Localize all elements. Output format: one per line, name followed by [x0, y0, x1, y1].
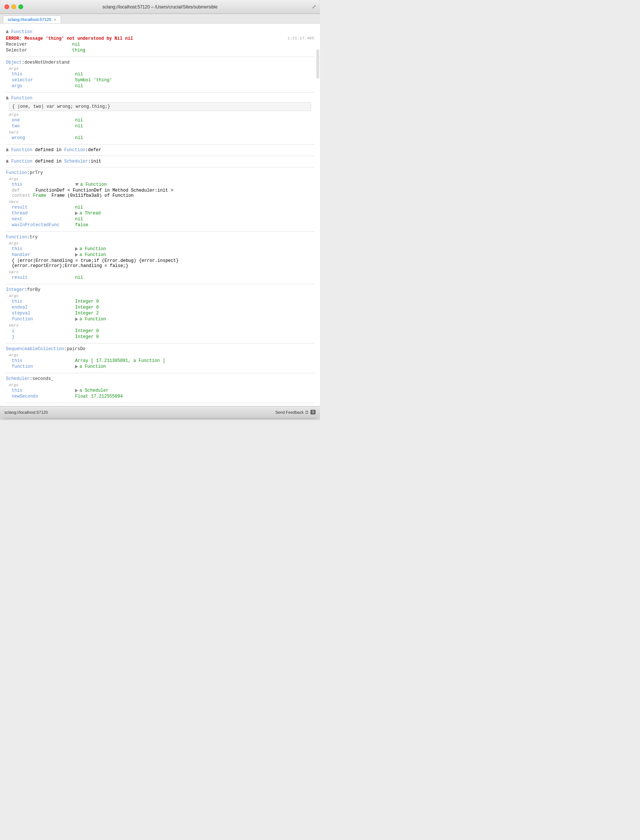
traffic-lights	[5, 5, 23, 9]
prtry-args-label: Args	[9, 177, 314, 181]
try-code-block: { |error|Error.handling = true;if (Error…	[12, 258, 314, 269]
main-window: sclang://localhost:57120 – /Users/crucia…	[0, 0, 320, 418]
section-function-scheduler: a Function defined in Scheduler:init	[6, 156, 314, 167]
forby-j-row: j Integer 0	[9, 334, 314, 339]
vars-label: Vars	[9, 130, 314, 134]
maximize-button[interactable]	[18, 5, 23, 9]
section-function-defer: a Function defined in Function:defer	[6, 144, 314, 156]
forby-this-row: this Integer 0	[9, 299, 314, 304]
seconds-args-label: Args	[9, 383, 314, 387]
pairsdo-function-row: function a Function	[9, 364, 314, 369]
statusbar: sclang://localhost:57120 Send Feedback 🗒…	[0, 406, 320, 418]
pairsdo-this-row: this Array [ 17.211305891, a Function ]	[9, 358, 314, 363]
prtry-next-row: next nil	[9, 217, 314, 222]
prtry-this-row: this a Function	[9, 182, 314, 187]
prtry-wasinprotectedfunc-row: wasInProtectedFunc false	[9, 222, 314, 228]
forby-args-label: Args	[9, 294, 314, 298]
section-object-does-not-understand: Object:doesNotUnderstand Args this nil s…	[6, 57, 314, 93]
section-header: a Function ERROR: Message 'thing' not un…	[6, 27, 314, 57]
seconds-this-row: this a Scheduler	[9, 388, 314, 393]
tab-label: sclang://localhost:57120	[8, 17, 51, 22]
prtry-thread-row: thread a Thread	[9, 211, 314, 216]
try-handler-row: handler a Function	[9, 252, 314, 258]
code-block: { |one, two| var wrong; wrong.thing;}	[9, 102, 311, 111]
try-header: Function:try	[6, 235, 314, 240]
try-vars-label: Vars	[9, 270, 314, 274]
arg-selector-row: selector Symbol 'thing'	[9, 78, 314, 83]
try-this-row: this a Function	[9, 246, 314, 251]
seconds-newseconds-row: newSeconds Float 17.212555094	[9, 394, 314, 399]
function-header: a Function	[6, 29, 314, 35]
forby-stepval-row: stepval Integer 2	[9, 311, 314, 316]
minimize-button[interactable]	[11, 5, 16, 9]
function-scheduler-text: a Function defined in Scheduler:init	[6, 159, 314, 164]
error-message: ERROR: Message 'thing' not understood by…	[6, 36, 314, 41]
section-function-prtry: Function:prTry Args this a Function def …	[6, 167, 314, 232]
window-title: sclang://localhost:57120 – /Users/crucia…	[102, 5, 218, 10]
section-function-try: Function:try Args this a Function handle…	[6, 232, 314, 284]
function-label: a Function	[6, 29, 32, 35]
feedback-icon: 🗒	[305, 410, 309, 414]
try-result-row: result nil	[9, 275, 314, 280]
arg-args-row: args nil	[9, 83, 314, 89]
titlebar: sclang://localhost:57120 – /Users/crucia…	[0, 0, 320, 14]
prtry-vars-label: Vars	[9, 200, 314, 204]
prtry-result-row: result nil	[9, 205, 314, 210]
pairsdo-args-label: Args	[9, 353, 314, 357]
arg-one-row: one nil	[9, 118, 314, 123]
tab-main[interactable]: sclang://localhost:57120 ✕	[3, 16, 61, 23]
content-area: a Function ERROR: Message 'thing' not un…	[0, 24, 320, 406]
receiver-row: Receiver nil	[6, 42, 314, 47]
function-header2: a Function	[6, 96, 314, 101]
section-integer-forby: Integer:forBy Args this Integer 0 endval…	[6, 284, 314, 344]
tab-bar: sclang://localhost:57120 ✕	[0, 14, 320, 24]
args-label2: Args	[9, 112, 314, 117]
prtry-header: Function:prTry	[6, 170, 314, 176]
forby-vars-label: Vars	[9, 323, 314, 328]
method-header: Object:doesNotUnderstand	[6, 60, 314, 65]
seconds-header: Scheduler:seconds_	[6, 376, 314, 381]
section-scheduler-seconds: Scheduler:seconds_ Args this a Scheduler…	[6, 373, 314, 403]
args-label: Args	[9, 67, 314, 71]
var-wrong-row: wrong nil	[9, 135, 314, 141]
try-args-label: Args	[9, 241, 314, 246]
forby-i-row: i Integer 0	[9, 328, 314, 334]
forby-header: Integer:forBy	[6, 287, 314, 293]
scrollbar[interactable]	[316, 49, 319, 79]
pairsdo-header: SequenceableCollection:pairsDo	[6, 346, 314, 352]
tab-close-icon[interactable]: ✕	[53, 18, 56, 22]
arg-two-row: two nil	[9, 123, 314, 129]
prtry-this-details: def FunctionDef < FunctionDef in Method …	[12, 188, 314, 198]
feedback-label: Send Feedback	[275, 410, 304, 414]
arg-this-row: this nil	[9, 72, 314, 77]
section-function: a Function { |one, two| var wrong; wrong…	[6, 93, 314, 144]
feedback-button[interactable]: Send Feedback 🗒 9	[275, 410, 315, 414]
expand-icon[interactable]: ⤢	[312, 4, 316, 10]
close-button[interactable]	[5, 5, 9, 9]
function-defer-text: a Function defined in Function:defer	[6, 147, 314, 153]
statusbar-url: sclang://localhost:57120	[5, 410, 48, 414]
badge-count: 9	[310, 410, 315, 414]
section-seqcol-pairsdo: SequenceableCollection:pairsDo Args this…	[6, 344, 314, 373]
forby-function-row: function a Function	[9, 317, 314, 322]
forby-endval-row: endval Integer 0	[9, 305, 314, 310]
selector-row: Selector thing	[6, 48, 314, 53]
